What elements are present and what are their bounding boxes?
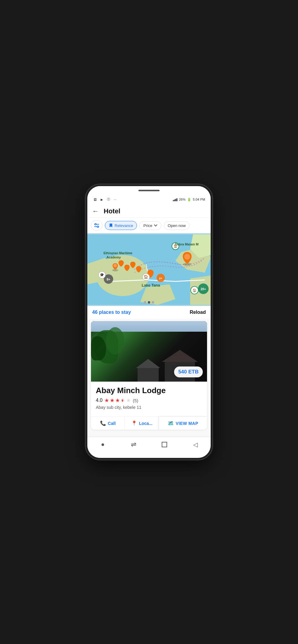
star-4-half: ★ xyxy=(121,397,125,404)
map-area[interactable]: 8+ 2+ 20+ 20+ xyxy=(87,233,211,306)
page-title: Hotel xyxy=(104,207,120,215)
map-dot-1 xyxy=(144,301,146,304)
facebook-icon: ⓕ xyxy=(106,198,111,201)
back-triangle-icon: ◁ xyxy=(193,441,198,448)
review-count: (5) xyxy=(133,398,138,403)
signal-icon xyxy=(173,198,177,201)
filter-sliders-button[interactable] xyxy=(91,220,102,231)
status-right: 26% 🔋 5:04 PM xyxy=(173,198,205,202)
star-1: ★ xyxy=(104,397,109,404)
hotel-name: Abay Minch Lodge xyxy=(96,386,202,395)
svg-text:20+: 20+ xyxy=(201,287,206,291)
battery-icon: 🔋 xyxy=(187,198,191,202)
hotel-card[interactable]: 540 ETB Abay Minch Lodge 4.0 ★ ★ ★ ★ ★ xyxy=(91,321,207,430)
video-icon: ▶ xyxy=(99,198,104,201)
overview-square-icon xyxy=(162,442,167,447)
svg-text:Academy: Academy xyxy=(106,255,121,259)
svg-point-3 xyxy=(97,226,99,228)
map-dot-2 xyxy=(148,301,150,304)
sliders-icon xyxy=(94,223,100,228)
call-label: Call xyxy=(108,421,116,426)
bookmark-icon xyxy=(109,223,113,228)
svg-point-12 xyxy=(113,264,117,268)
svg-text:🏠: 🏠 xyxy=(144,274,148,279)
status-left-icons: 🖼 ▶ ⓕ ··· xyxy=(93,198,118,201)
hotel-info: Abay Minch Lodge 4.0 ★ ★ ★ ★ ★ (5) Abay … xyxy=(91,382,207,416)
price-label: Price xyxy=(143,223,152,228)
svg-point-1 xyxy=(95,224,96,225)
hotel-address: Abay sub city, kebele 11 xyxy=(96,405,202,410)
gallery-icon: 🖼 xyxy=(93,198,98,201)
app-header: ← Hotel xyxy=(87,204,211,218)
svg-text:Lake Tana: Lake Tana xyxy=(142,283,160,288)
reload-button[interactable]: Reload xyxy=(190,310,206,315)
phone-top-bar xyxy=(87,186,211,195)
speaker-slot xyxy=(138,190,160,191)
svg-text:Ethiopian Maritime: Ethiopian Maritime xyxy=(103,251,132,255)
battery-percent: 26% xyxy=(179,198,186,201)
home-circle-icon: ● xyxy=(101,441,105,448)
back-button[interactable]: ← xyxy=(92,207,99,215)
nav-home-button[interactable]: ● xyxy=(97,439,109,451)
open-now-filter[interactable]: Open now xyxy=(164,221,189,230)
price-badge: 540 ETB xyxy=(174,366,203,377)
location-button[interactable]: 📍 Loca... xyxy=(125,417,159,430)
more-icon: ··· xyxy=(113,198,118,201)
bottom-nav: ● ⇌ ◁ xyxy=(87,437,211,452)
map-dot-3 xyxy=(152,301,154,304)
nav-back-button[interactable]: ◁ xyxy=(189,439,201,451)
rating-number: 4.0 xyxy=(96,398,102,403)
results-header: 46 places to stay Reload xyxy=(87,306,211,319)
svg-text:Debra Maiam M: Debra Maiam M xyxy=(175,242,198,246)
nav-recent-button[interactable]: ⇌ xyxy=(128,439,140,451)
map-svg: 8+ 2+ 20+ 20+ xyxy=(87,233,211,306)
location-icon: 📍 xyxy=(131,420,137,426)
view-map-label: VIEW MAP xyxy=(176,421,198,426)
call-icon: 📞 xyxy=(100,420,106,426)
open-now-label: Open now xyxy=(168,223,186,228)
recent-apps-icon: ⇌ xyxy=(131,441,136,448)
star-5-empty: ★ xyxy=(126,397,131,404)
results-area: 46 places to stay Reload xyxy=(87,306,211,437)
map-icon: 🗺️ xyxy=(168,420,174,426)
svg-text:8+: 8+ xyxy=(107,278,110,281)
filter-bar: Relevance Price Open now xyxy=(87,218,211,233)
phone-bottom-bar xyxy=(87,452,211,458)
action-row: 📞 Call 📍 Loca... 🗺️ VIEW MAP xyxy=(91,416,207,430)
location-label: Loca... xyxy=(139,421,152,426)
hotel-image: 540 ETB xyxy=(91,321,207,382)
svg-point-14 xyxy=(184,254,190,260)
view-map-button[interactable]: 🗺️ VIEW MAP xyxy=(159,417,207,430)
nav-overview-button[interactable] xyxy=(158,439,170,451)
call-button[interactable]: 📞 Call xyxy=(91,417,125,430)
map-carousel-dots xyxy=(144,301,154,304)
price-filter[interactable]: Price xyxy=(139,221,161,230)
status-bar: 🖼 ▶ ⓕ ··· 26% 🔋 5:04 PM xyxy=(87,195,211,204)
relevance-label: Relevance xyxy=(115,223,133,228)
phone-shell: 🖼 ▶ ⓕ ··· 26% 🔋 5:04 PM ← Hotel xyxy=(86,184,212,460)
hotel-rating-row: 4.0 ★ ★ ★ ★ ★ (5) xyxy=(96,397,202,404)
relevance-filter[interactable]: Relevance xyxy=(105,221,137,230)
app-screen: ← Hotel Relevance Price xyxy=(87,204,211,437)
star-2: ★ xyxy=(110,397,115,404)
star-rating: ★ ★ ★ ★ ★ xyxy=(104,397,131,404)
results-count[interactable]: 46 places to stay xyxy=(92,310,131,315)
star-3: ★ xyxy=(115,397,120,404)
svg-text:🎓: 🎓 xyxy=(100,273,104,277)
svg-text:🏠: 🏠 xyxy=(193,288,197,292)
dropdown-chevron-icon xyxy=(154,224,157,227)
clock: 5:04 PM xyxy=(193,198,205,201)
svg-text:2+: 2+ xyxy=(159,277,162,280)
